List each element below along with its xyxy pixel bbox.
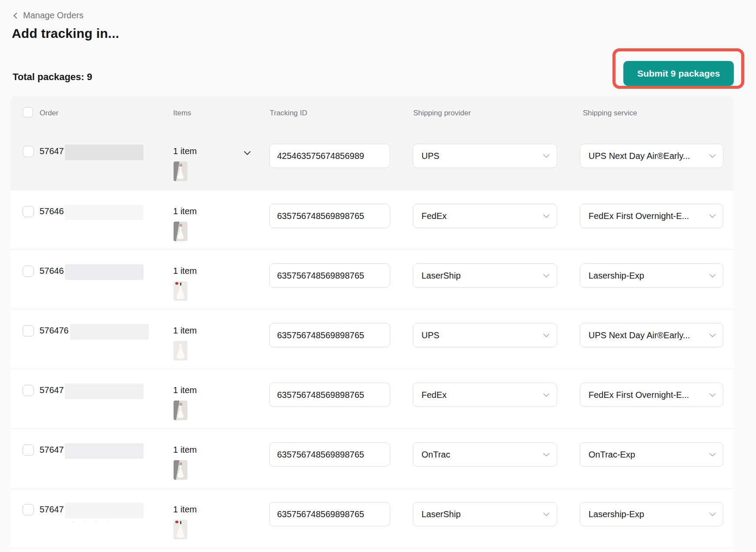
tracking-id-input[interactable]: [269, 263, 390, 288]
shipping-service-select[interactable]: FedEx First Overnight-E...: [580, 383, 723, 407]
shipping-provider-value: FedEx: [421, 211, 447, 221]
dropdown-chevron-icon: [709, 510, 716, 516]
breadcrumb[interactable]: Manage Orders: [14, 10, 84, 20]
total-packages-label: Total packages: 9: [13, 71, 92, 83]
shipping-service-select[interactable]: FedEx First Overnight-E...: [580, 204, 723, 228]
product-thumbnail: [174, 460, 187, 480]
dropdown-chevron-icon: [543, 510, 549, 516]
shipping-provider-value: FedEx: [421, 390, 447, 400]
tracking-id-input[interactable]: [269, 144, 390, 168]
dropdown-chevron-icon: [709, 450, 716, 456]
table-row: 57647 . . . . 1 item UPS UPS Next Day Ai…: [10, 130, 734, 190]
redacted-order-info: [70, 324, 149, 340]
table-rows: 57647 . . . . 1 item UPS UPS Next Day Ai…: [10, 130, 734, 552]
order-number: 576476: [40, 326, 69, 336]
shipping-service-select[interactable]: UPS Next Day Air®Early...: [580, 144, 723, 168]
column-header-tracking: Tracking ID: [270, 109, 307, 118]
items-count: 1 item: [173, 326, 197, 336]
dress-image: [177, 523, 185, 538]
shipping-service-select[interactable]: UPS Next Day Air®Early...: [580, 323, 723, 347]
column-header-order: Order: [40, 109, 58, 118]
table-row: 57646 . . . . 1 item FedEx FedEx First O…: [10, 190, 734, 249]
row-checkbox[interactable]: [23, 146, 34, 157]
dropdown-chevron-icon: [709, 271, 716, 277]
product-thumbnail: [174, 162, 187, 181]
shipping-provider-select[interactable]: LaserShip: [413, 502, 557, 526]
shipping-service-value: UPS Next Day Air®Early...: [589, 330, 690, 340]
tracking-id-input[interactable]: [269, 204, 390, 228]
shipping-provider-select[interactable]: UPS: [413, 323, 557, 347]
dropdown-chevron-icon: [543, 151, 549, 158]
column-header-provider: Shipping provider: [413, 109, 471, 118]
row-checkbox[interactable]: [23, 325, 34, 337]
shipping-service-value: Lasership-Exp: [589, 509, 644, 519]
table-row-partial: [10, 548, 734, 552]
redacted-order-info: [65, 443, 144, 459]
dress-image: [177, 465, 184, 478]
dress-image: [177, 167, 184, 179]
row-checkbox[interactable]: [23, 266, 34, 277]
tracking-id-input[interactable]: [269, 442, 390, 467]
table-row: 57647 . . . . 1 item LaserShip Lasership…: [10, 488, 734, 548]
shipping-provider-select[interactable]: FedEx: [413, 383, 557, 407]
product-thumbnail: [174, 520, 187, 539]
dropdown-chevron-icon: [709, 151, 716, 158]
dress-image: [177, 406, 184, 418]
shipping-service-select[interactable]: OnTrac-Exp: [580, 442, 723, 467]
dropdown-chevron-icon: [709, 212, 716, 218]
row-checkbox[interactable]: [23, 385, 34, 396]
redacted-order-info: [65, 205, 144, 220]
shipping-service-value: FedEx First Overnight-E...: [589, 390, 689, 400]
chevron-down-icon: [244, 148, 251, 155]
shipping-provider-value: UPS: [421, 151, 439, 161]
shipping-service-value: FedEx First Overnight-E...: [589, 211, 689, 221]
items-count: 1 item: [173, 206, 197, 216]
table-row: 576476 . . . . 1 item UPS UPS Next Day A…: [10, 309, 734, 369]
shipping-provider-select[interactable]: OnTrac: [413, 442, 557, 467]
order-number: 57646: [40, 266, 64, 276]
tracking-id-input[interactable]: [269, 323, 390, 347]
column-header-items: Items: [173, 109, 191, 118]
order-number: 57647: [40, 146, 64, 156]
shipping-service-value: Lasership-Exp: [589, 271, 644, 281]
dropdown-chevron-icon: [709, 390, 716, 397]
shipping-provider-value: LaserShip: [421, 271, 461, 281]
row-checkbox[interactable]: [23, 504, 34, 515]
tracking-id-input[interactable]: [269, 383, 390, 407]
order-number: 57647: [40, 505, 64, 515]
items-expand-control[interactable]: [243, 148, 252, 157]
dropdown-chevron-icon: [709, 331, 716, 337]
shipping-provider-select[interactable]: FedEx: [413, 204, 557, 228]
row-checkbox[interactable]: [23, 444, 34, 456]
order-number: 57647: [40, 445, 64, 455]
items-count: 1 item: [173, 266, 197, 276]
select-all-checkbox[interactable]: [23, 107, 33, 118]
redacted-order-info: [65, 264, 144, 280]
table-row: 57647 . . . . 1 item FedEx FedEx First O…: [10, 369, 734, 428]
submit-packages-button[interactable]: Submit 9 packages: [623, 61, 734, 86]
column-header-service: Shipping service: [583, 109, 637, 118]
table-row: 57647 . . . . 1 item OnTrac OnTrac-Exp: [10, 428, 734, 488]
orders-table: Order Items Tracking ID Shipping provide…: [10, 96, 734, 552]
dropdown-chevron-icon: [543, 212, 549, 218]
dropdown-chevron-icon: [543, 271, 549, 277]
back-chevron-icon: [13, 13, 20, 19]
tracking-id-input[interactable]: [269, 502, 390, 526]
items-count: 1 item: [173, 445, 197, 455]
dress-image: [177, 284, 185, 299]
shipping-service-value: OnTrac-Exp: [589, 450, 635, 460]
product-thumbnail: [174, 222, 187, 241]
row-checkbox[interactable]: [23, 206, 34, 217]
shipping-provider-value: OnTrac: [421, 450, 450, 460]
shipping-service-select[interactable]: Lasership-Exp: [580, 502, 723, 526]
order-number: 57646: [40, 206, 64, 216]
shipping-service-select[interactable]: Lasership-Exp: [580, 263, 723, 288]
order-number: 57647: [40, 385, 64, 395]
shipping-provider-select[interactable]: UPS: [413, 144, 557, 168]
shipping-provider-select[interactable]: LaserShip: [413, 263, 557, 288]
shipping-provider-value: UPS: [421, 330, 439, 340]
items-count: 1 item: [173, 505, 197, 515]
product-thumbnail: [174, 281, 187, 301]
shipping-service-value: UPS Next Day Air®Early...: [589, 151, 690, 161]
items-count: 1 item: [173, 385, 197, 395]
